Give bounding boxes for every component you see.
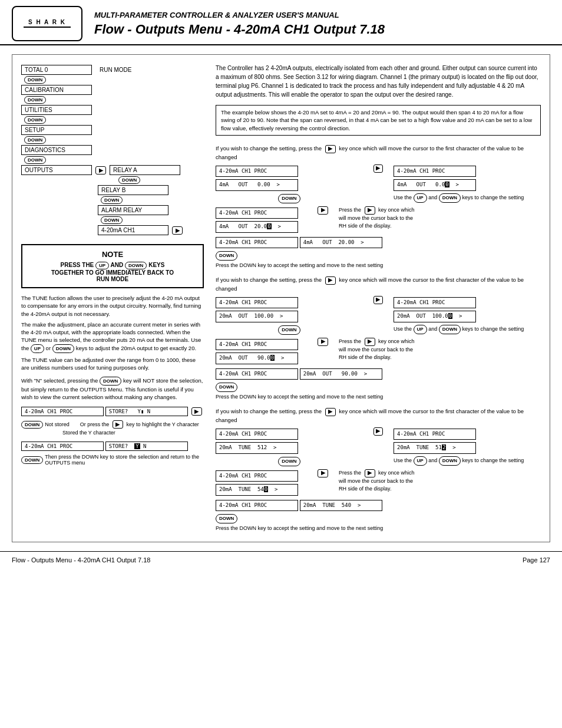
down-arrow-setup: DOWN bbox=[24, 136, 204, 144]
press-right-20ma: Press the ▶ key once which will move the… bbox=[339, 338, 415, 362]
page: S H A R K MULTI-PARAMETER CONTROLLER & A… bbox=[0, 0, 562, 568]
down-btn-20ma[interactable]: DOWN bbox=[278, 325, 300, 335]
down-arrow-diag: DOWN bbox=[24, 156, 204, 164]
4ma-section: If you wish to change the setting, press… bbox=[216, 144, 541, 270]
up-btn-note[interactable]: UP bbox=[95, 262, 109, 269]
right-arrow-store[interactable]: ▶ bbox=[191, 407, 202, 416]
down-btn-5[interactable]: DOWN bbox=[24, 156, 46, 164]
4ma-screens: 4-20mA CH1 PROC 4mA OUT 0.00 > DOWN ▶ 4-… bbox=[216, 164, 541, 203]
right-arrow-store2[interactable]: ▶ bbox=[113, 420, 123, 429]
outputs-row: OUTPUTS ▶ RELAY A bbox=[21, 165, 204, 175]
down-icon-tune2[interactable]: DOWN bbox=[439, 456, 461, 466]
down-btn-4ma-final[interactable]: DOWN bbox=[216, 251, 237, 261]
or-press-label: Or press the ▶ key to highlight the Y ch… bbox=[80, 420, 199, 429]
tune-54-screens: 4-20mA CH1 PROC 20mA TUNE 540 > ▶ Press … bbox=[216, 469, 541, 497]
header-subtitle: MULTI-PARAMETER CONTROLLER & ANALYZER US… bbox=[94, 11, 550, 19]
down-icon-tune[interactable]: DOWN bbox=[52, 344, 74, 353]
not-stored-row: DOWN Not stored Or press the ▶ key to hi… bbox=[21, 420, 204, 429]
down-btn-1[interactable]: DOWN bbox=[24, 76, 46, 84]
down-btn-note[interactable]: DOWN bbox=[125, 262, 147, 269]
screen-ch1proc-store: 4-20mA CH1 PROC bbox=[21, 407, 104, 416]
right-arrow-outputs[interactable]: ▶ bbox=[95, 166, 106, 174]
note-box: NOTE PRESS THE UP AND DOWN KEYS TOGETHER… bbox=[21, 244, 204, 288]
tune-description: The TUNE fuction allows the user to prec… bbox=[21, 294, 204, 372]
down-btn-store[interactable]: DOWN bbox=[21, 421, 43, 429]
with-n-description: With "N" selected, pressing the DOWN key… bbox=[21, 377, 204, 401]
right-icon-20ma2[interactable]: ▶ bbox=[365, 338, 375, 346]
press-down-accept-1: Press the DOWN key to accept the setting… bbox=[216, 262, 541, 270]
right-icon-2[interactable]: ▶ bbox=[325, 276, 336, 285]
tune-screens: 4-20mA CH1 PROC 20mA TUNE 512 > DOWN ▶ 4… bbox=[216, 427, 541, 466]
header-title: Flow - Outputs Menu - 4-20mA CH1 Output … bbox=[94, 22, 550, 37]
right-arrow-ch1[interactable]: ▶ bbox=[172, 226, 183, 235]
relay-b-menu-item: RELAY B bbox=[98, 185, 168, 195]
press-right-tune: Press the ▶ key once which will move the… bbox=[339, 469, 415, 493]
press-right-4ma: Press the ▶ key once which will move the… bbox=[339, 206, 415, 230]
main-content: TOTAL 0 RUN MODE DOWN CALIBRATION DOWN U… bbox=[12, 54, 550, 542]
screen-tune-54-left: 4-20mA CH1 PROC 20mA TUNE 540 > bbox=[216, 469, 307, 497]
right-arrow-20ma2[interactable]: ▶ bbox=[318, 338, 328, 346]
screen-20ma-right: 4-20mA CH1 PROC 20mA OUT 100.00 > Use th… bbox=[394, 296, 541, 334]
ch1-row: 4-20mA CH1 ▶ bbox=[98, 225, 204, 235]
footer-left: Flow - Outputs Menu - 4-20mA CH1 Output … bbox=[12, 556, 150, 564]
right-icon-4ma2[interactable]: ▶ bbox=[365, 206, 375, 215]
up-icon-4ma[interactable]: UP bbox=[414, 193, 427, 203]
screen-ch1proc-final: 4-20mA CH1 PROC bbox=[21, 442, 104, 451]
then-press-row: DOWN Then press the DOWN key to store th… bbox=[21, 454, 204, 466]
if-change-2: If you wish to change the setting, press… bbox=[216, 276, 541, 293]
diagnostics-menu-item: DIAGNOSTICS bbox=[21, 145, 92, 155]
down-arrow-cal: DOWN bbox=[24, 96, 204, 104]
20ma-section: If you wish to change the setting, press… bbox=[216, 276, 541, 401]
right-arrow-tune2[interactable]: ▶ bbox=[318, 469, 328, 477]
down-icon-20ma[interactable]: DOWN bbox=[439, 325, 461, 334]
right-arrow-4ma[interactable]: ▶ bbox=[373, 164, 383, 173]
right-icon-1[interactable]: ▶ bbox=[325, 145, 336, 153]
screen-4ma-left: 4-20mA CH1 PROC 4mA OUT 0.00 > DOWN bbox=[216, 164, 363, 203]
example-info-box: The example below shows the 4-20 mA set … bbox=[216, 105, 541, 136]
down-arrow-util: DOWN bbox=[24, 116, 204, 124]
alarm-relay-row: ALARM RELAY DOWN bbox=[98, 205, 204, 224]
header: S H A R K MULTI-PARAMETER CONTROLLER & A… bbox=[0, 0, 562, 45]
down-btn-4[interactable]: DOWN bbox=[24, 136, 46, 144]
right-col-description: The Controller has 2 4-20mA outputs, ele… bbox=[216, 64, 541, 99]
screen-20ma-90-left: 4-20mA CH1 PROC 20mA OUT 90.00 > bbox=[216, 338, 307, 365]
down-btn-tune[interactable]: DOWN bbox=[278, 457, 300, 466]
right-column: The Controller has 2 4-20mA outputs, ele… bbox=[216, 64, 541, 533]
right-icon-3[interactable]: ▶ bbox=[325, 408, 336, 416]
tune-section: If you wish to change the setting, press… bbox=[216, 407, 541, 533]
right-arrow-tune[interactable]: ▶ bbox=[373, 427, 383, 436]
header-titles: MULTI-PARAMETER CONTROLLER & ANALYZER US… bbox=[94, 11, 550, 37]
screen-4ma-20-left: 4-20mA CH1 PROC 4mA OUT 20.00 > bbox=[216, 206, 307, 234]
calibration-menu-item: CALIBRATION bbox=[21, 85, 92, 95]
setup-menu-item: SETUP bbox=[21, 125, 92, 135]
down-btn-3[interactable]: DOWN bbox=[24, 116, 46, 124]
logo: S H A R K bbox=[12, 6, 82, 41]
down-btn-final[interactable]: DOWN bbox=[21, 456, 43, 464]
up-icon-20ma[interactable]: UP bbox=[414, 325, 427, 334]
down-arrow-total: DOWN bbox=[24, 76, 204, 84]
down-btn-8[interactable]: DOWN bbox=[101, 216, 123, 224]
if-change-3: If you wish to change the setting, press… bbox=[216, 407, 541, 424]
right-arrow-20ma[interactable]: ▶ bbox=[373, 296, 383, 304]
right-arrow-4ma2[interactable]: ▶ bbox=[318, 206, 328, 215]
down-icon-n[interactable]: DOWN bbox=[100, 377, 121, 386]
store-screens: 4-20mA CH1 PROC STORE? Y▮ N ▶ DOWN Not s… bbox=[21, 406, 204, 436]
down-btn-7[interactable]: DOWN bbox=[101, 196, 123, 204]
screen-20ma-left: 4-20mA CH1 PROC 20mA OUT 100.00 > DOWN bbox=[216, 296, 363, 335]
down-arrow-relaya: DOWN bbox=[118, 176, 204, 184]
right-icon-tune2[interactable]: ▶ bbox=[365, 469, 375, 477]
down-btn-20ma-final[interactable]: DOWN bbox=[216, 383, 237, 392]
diagnostics-row: DIAGNOSTICS bbox=[21, 145, 204, 155]
down-btn-tune-final[interactable]: DOWN bbox=[216, 514, 237, 523]
if-change-1: If you wish to change the setting, press… bbox=[216, 144, 541, 162]
total-menu-item: TOTAL 0 bbox=[21, 65, 92, 75]
up-icon-tune[interactable]: UP bbox=[31, 344, 44, 353]
note-title: NOTE bbox=[27, 250, 198, 259]
down-icon-4ma[interactable]: DOWN bbox=[439, 193, 461, 203]
outputs-menu-item: OUTPUTS bbox=[21, 165, 92, 175]
screen-tune-left: 4-20mA CH1 PROC 20mA TUNE 512 > DOWN bbox=[216, 427, 363, 466]
up-icon-tune2[interactable]: UP bbox=[414, 456, 427, 466]
down-btn-2[interactable]: DOWN bbox=[24, 96, 46, 104]
down-btn-6[interactable]: DOWN bbox=[118, 176, 140, 184]
down-btn-4ma[interactable]: DOWN bbox=[278, 194, 300, 203]
